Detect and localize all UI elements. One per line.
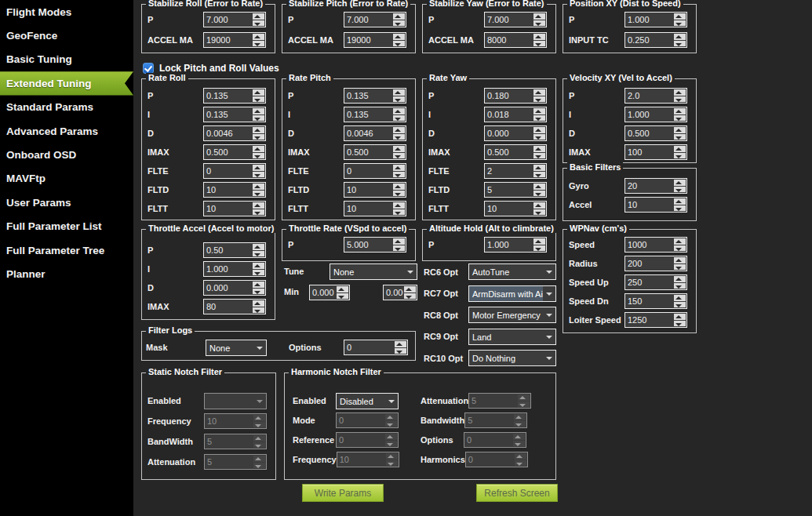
- imax-spinner[interactable]: 100: [624, 144, 687, 160]
- sidebar-item-geofence[interactable]: GeoFence: [0, 24, 133, 47]
- spinner-up-icon[interactable]: [395, 341, 406, 347]
- reference-spinner[interactable]: 0: [336, 432, 399, 448]
- spinner-up-icon[interactable]: [393, 34, 405, 40]
- spinner-down-icon[interactable]: [393, 134, 405, 140]
- spinner-up-icon[interactable]: [253, 202, 264, 209]
- spinner-down-icon[interactable]: [253, 289, 264, 295]
- rc10-opt-dropdown[interactable]: Do Nothing: [468, 350, 556, 366]
- sidebar-item-full-parameter-list[interactable]: Full Parameter List: [0, 215, 133, 238]
- spinner-down-icon[interactable]: [253, 115, 264, 122]
- bandwidth-spinner[interactable]: 5: [204, 434, 267, 449]
- accel-ma-spinner[interactable]: 19000: [344, 32, 406, 48]
- spinner-down-icon[interactable]: [253, 209, 264, 216]
- fltt-spinner[interactable]: 10: [203, 201, 266, 216]
- flte-spinner[interactable]: 0: [344, 163, 406, 179]
- spinner-up-icon[interactable]: [253, 415, 265, 421]
- d-spinner[interactable]: 0.500: [624, 125, 687, 141]
- spinner-up-icon[interactable]: [674, 108, 686, 114]
- spinner-up-icon[interactable]: [253, 184, 264, 190]
- spinner-down-icon[interactable]: [674, 41, 686, 47]
- imax-spinner[interactable]: 80: [203, 299, 266, 314]
- rc8-opt-dropdown[interactable]: Motor Emergency S: [468, 307, 556, 323]
- spinner-up-icon[interactable]: [674, 295, 686, 301]
- spinner-down-icon[interactable]: [513, 441, 525, 447]
- spinner-down-icon[interactable]: [253, 422, 265, 428]
- d-spinner[interactable]: 0.0046: [344, 125, 406, 141]
- spinner-up-icon[interactable]: [253, 89, 264, 96]
- spinner-up-icon[interactable]: [674, 146, 686, 152]
- spinner-down-icon[interactable]: [253, 307, 264, 314]
- spinner-down-icon[interactable]: [393, 209, 405, 216]
- spinner-up-icon[interactable]: [253, 282, 264, 288]
- spinner-up-icon[interactable]: [393, 13, 405, 20]
- speed-spinner[interactable]: 1000: [624, 237, 687, 253]
- spinner-up-icon[interactable]: [337, 286, 348, 293]
- spinner-up-icon[interactable]: [533, 184, 545, 190]
- spinner-up-icon[interactable]: [674, 127, 686, 133]
- spinner-down-icon[interactable]: [514, 421, 526, 427]
- sidebar-item-extended-tuning[interactable]: Extended Tuning: [0, 71, 133, 95]
- sidebar-item-flight-modes[interactable]: Flight Modes: [0, 0, 133, 24]
- spinner-up-icon[interactable]: [674, 276, 686, 282]
- spinner-up-icon[interactable]: [513, 434, 525, 440]
- spinner-up-icon[interactable]: [674, 89, 686, 96]
- min-spinner[interactable]: 0.000: [309, 285, 350, 300]
- gyro-spinner[interactable]: 20: [624, 178, 687, 194]
- accel-spinner[interactable]: 10: [624, 197, 687, 213]
- chevron-down-icon[interactable]: [543, 329, 555, 344]
- d-spinner[interactable]: 0.000: [203, 280, 266, 296]
- spinner-up-icon[interactable]: [253, 165, 264, 171]
- spinner-down-icon[interactable]: [385, 441, 397, 447]
- write-params-button[interactable]: Write Params: [302, 484, 384, 502]
- spinner-down-icon[interactable]: [518, 402, 530, 408]
- spinner-up-icon[interactable]: [533, 202, 545, 209]
- chevron-down-icon[interactable]: [253, 340, 266, 355]
- p-spinner[interactable]: 2.0: [624, 88, 687, 104]
- fltd-spinner[interactable]: 5: [484, 182, 547, 198]
- spinner-down-icon[interactable]: [253, 153, 264, 159]
- spinner-down-icon[interactable]: [674, 283, 686, 289]
- spinner-down-icon[interactable]: [674, 187, 686, 193]
- spinner-up-icon[interactable]: [253, 108, 264, 114]
- spinner-up-icon[interactable]: [518, 394, 530, 401]
- spinner-down-icon[interactable]: [674, 302, 686, 308]
- i-spinner[interactable]: 1.000: [203, 261, 266, 277]
- spinner-down-icon[interactable]: [253, 270, 264, 276]
- options-spinner[interactable]: 0: [464, 432, 526, 448]
- spinner-down-icon[interactable]: [515, 460, 526, 467]
- spinner-down-icon[interactable]: [386, 460, 398, 467]
- spinner-down-icon[interactable]: [674, 205, 686, 212]
- spinner-up-icon[interactable]: [674, 257, 686, 263]
- spinner-down-icon[interactable]: [393, 41, 405, 47]
- spinner-up-icon[interactable]: [393, 89, 405, 96]
- spinner-up-icon[interactable]: [533, 13, 545, 20]
- spinner-up-icon[interactable]: [393, 146, 405, 152]
- spinner-down-icon[interactable]: [533, 115, 545, 122]
- spinner-down-icon[interactable]: [393, 20, 405, 27]
- chevron-down-icon[interactable]: [543, 264, 555, 279]
- spinner-up-icon[interactable]: [253, 13, 264, 20]
- sidebar-item-planner[interactable]: Planner: [0, 262, 133, 285]
- spinner-down-icon[interactable]: [385, 421, 397, 427]
- spinner-down-icon[interactable]: [337, 293, 348, 300]
- d-spinner[interactable]: 0.000: [484, 125, 547, 141]
- spinner-down-icon[interactable]: [533, 20, 545, 27]
- spinner-up-icon[interactable]: [393, 108, 405, 114]
- spinner-up-icon[interactable]: [533, 108, 545, 114]
- spinner-down-icon[interactable]: [533, 191, 545, 197]
- spinner-down-icon[interactable]: [253, 20, 264, 27]
- sidebar-item-full-parameter-tree[interactable]: Full Parameter Tree: [0, 238, 133, 262]
- spinner-up-icon[interactable]: [533, 34, 545, 40]
- rc9-opt-dropdown[interactable]: Land: [468, 329, 556, 345]
- spinner-up-icon[interactable]: [533, 89, 545, 96]
- spinner-down-icon[interactable]: [533, 209, 545, 216]
- spinner-up-icon[interactable]: [393, 202, 405, 209]
- speed-dn-spinner[interactable]: 150: [624, 293, 687, 309]
- spinner-down-icon[interactable]: [674, 153, 686, 159]
- chevron-down-icon[interactable]: [385, 394, 398, 409]
- frequency-spinner[interactable]: 10: [204, 413, 267, 429]
- spinner-down-icon[interactable]: [674, 321, 686, 327]
- spinner-down-icon[interactable]: [533, 245, 545, 252]
- spinner-down-icon[interactable]: [674, 134, 686, 140]
- fltt-spinner[interactable]: 10: [344, 201, 406, 216]
